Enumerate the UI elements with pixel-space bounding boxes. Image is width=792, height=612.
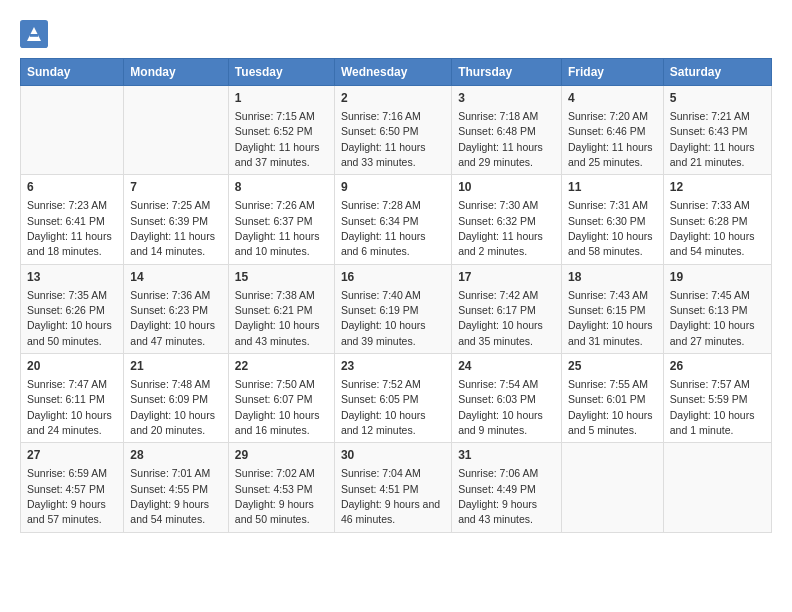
day-info: Sunrise: 7:55 AMSunset: 6:01 PMDaylight:… (568, 378, 653, 436)
day-number: 18 (568, 269, 657, 286)
header-tuesday: Tuesday (228, 59, 334, 86)
day-number: 25 (568, 358, 657, 375)
calendar-cell (561, 443, 663, 532)
day-info: Sunrise: 7:01 AMSunset: 4:55 PMDaylight:… (130, 467, 210, 525)
day-number: 30 (341, 447, 445, 464)
day-info: Sunrise: 7:50 AMSunset: 6:07 PMDaylight:… (235, 378, 320, 436)
calendar-cell (663, 443, 771, 532)
calendar-cell: 31 Sunrise: 7:06 AMSunset: 4:49 PMDaylig… (452, 443, 562, 532)
day-number: 5 (670, 90, 765, 107)
header-thursday: Thursday (452, 59, 562, 86)
day-number: 29 (235, 447, 328, 464)
day-info: Sunrise: 7:40 AMSunset: 6:19 PMDaylight:… (341, 289, 426, 347)
calendar-cell: 5 Sunrise: 7:21 AMSunset: 6:43 PMDayligh… (663, 86, 771, 175)
day-number: 7 (130, 179, 222, 196)
day-number: 8 (235, 179, 328, 196)
day-info: Sunrise: 7:47 AMSunset: 6:11 PMDaylight:… (27, 378, 112, 436)
day-info: Sunrise: 7:04 AMSunset: 4:51 PMDaylight:… (341, 467, 440, 525)
calendar-cell: 28 Sunrise: 7:01 AMSunset: 4:55 PMDaylig… (124, 443, 229, 532)
calendar-cell: 19 Sunrise: 7:45 AMSunset: 6:13 PMDaylig… (663, 264, 771, 353)
day-info: Sunrise: 7:48 AMSunset: 6:09 PMDaylight:… (130, 378, 215, 436)
calendar-table: SundayMondayTuesdayWednesdayThursdayFrid… (20, 58, 772, 533)
day-info: Sunrise: 7:35 AMSunset: 6:26 PMDaylight:… (27, 289, 112, 347)
day-info: Sunrise: 7:20 AMSunset: 6:46 PMDaylight:… (568, 110, 653, 168)
calendar-cell: 27 Sunrise: 6:59 AMSunset: 4:57 PMDaylig… (21, 443, 124, 532)
day-number: 2 (341, 90, 445, 107)
day-number: 28 (130, 447, 222, 464)
day-number: 27 (27, 447, 117, 464)
calendar-cell: 25 Sunrise: 7:55 AMSunset: 6:01 PMDaylig… (561, 354, 663, 443)
day-info: Sunrise: 7:30 AMSunset: 6:32 PMDaylight:… (458, 199, 543, 257)
calendar-cell: 14 Sunrise: 7:36 AMSunset: 6:23 PMDaylig… (124, 264, 229, 353)
calendar-cell (124, 86, 229, 175)
day-number: 17 (458, 269, 555, 286)
day-number: 6 (27, 179, 117, 196)
calendar-cell: 24 Sunrise: 7:54 AMSunset: 6:03 PMDaylig… (452, 354, 562, 443)
day-number: 26 (670, 358, 765, 375)
calendar-cell: 22 Sunrise: 7:50 AMSunset: 6:07 PMDaylig… (228, 354, 334, 443)
calendar-cell: 12 Sunrise: 7:33 AMSunset: 6:28 PMDaylig… (663, 175, 771, 264)
calendar-cell (21, 86, 124, 175)
day-info: Sunrise: 6:59 AMSunset: 4:57 PMDaylight:… (27, 467, 107, 525)
day-number: 24 (458, 358, 555, 375)
calendar-cell: 21 Sunrise: 7:48 AMSunset: 6:09 PMDaylig… (124, 354, 229, 443)
calendar-cell: 29 Sunrise: 7:02 AMSunset: 4:53 PMDaylig… (228, 443, 334, 532)
calendar-cell: 10 Sunrise: 7:30 AMSunset: 6:32 PMDaylig… (452, 175, 562, 264)
calendar-cell: 16 Sunrise: 7:40 AMSunset: 6:19 PMDaylig… (334, 264, 451, 353)
week-row-2: 6 Sunrise: 7:23 AMSunset: 6:41 PMDayligh… (21, 175, 772, 264)
calendar-cell: 2 Sunrise: 7:16 AMSunset: 6:50 PMDayligh… (334, 86, 451, 175)
calendar-cell: 26 Sunrise: 7:57 AMSunset: 5:59 PMDaylig… (663, 354, 771, 443)
day-number: 11 (568, 179, 657, 196)
header-friday: Friday (561, 59, 663, 86)
day-info: Sunrise: 7:36 AMSunset: 6:23 PMDaylight:… (130, 289, 215, 347)
day-number: 31 (458, 447, 555, 464)
day-number: 20 (27, 358, 117, 375)
day-info: Sunrise: 7:54 AMSunset: 6:03 PMDaylight:… (458, 378, 543, 436)
day-number: 16 (341, 269, 445, 286)
day-number: 4 (568, 90, 657, 107)
calendar-header-row: SundayMondayTuesdayWednesdayThursdayFrid… (21, 59, 772, 86)
week-row-4: 20 Sunrise: 7:47 AMSunset: 6:11 PMDaylig… (21, 354, 772, 443)
logo (20, 20, 52, 48)
logo-icon (20, 20, 48, 48)
day-info: Sunrise: 7:57 AMSunset: 5:59 PMDaylight:… (670, 378, 755, 436)
day-info: Sunrise: 7:02 AMSunset: 4:53 PMDaylight:… (235, 467, 315, 525)
day-number: 21 (130, 358, 222, 375)
calendar-cell: 11 Sunrise: 7:31 AMSunset: 6:30 PMDaylig… (561, 175, 663, 264)
header-saturday: Saturday (663, 59, 771, 86)
week-row-3: 13 Sunrise: 7:35 AMSunset: 6:26 PMDaylig… (21, 264, 772, 353)
calendar-cell: 13 Sunrise: 7:35 AMSunset: 6:26 PMDaylig… (21, 264, 124, 353)
calendar-cell: 8 Sunrise: 7:26 AMSunset: 6:37 PMDayligh… (228, 175, 334, 264)
header-wednesday: Wednesday (334, 59, 451, 86)
calendar-cell: 15 Sunrise: 7:38 AMSunset: 6:21 PMDaylig… (228, 264, 334, 353)
day-info: Sunrise: 7:43 AMSunset: 6:15 PMDaylight:… (568, 289, 653, 347)
week-row-1: 1 Sunrise: 7:15 AMSunset: 6:52 PMDayligh… (21, 86, 772, 175)
day-number: 14 (130, 269, 222, 286)
week-row-5: 27 Sunrise: 6:59 AMSunset: 4:57 PMDaylig… (21, 443, 772, 532)
calendar-cell: 3 Sunrise: 7:18 AMSunset: 6:48 PMDayligh… (452, 86, 562, 175)
calendar-cell: 9 Sunrise: 7:28 AMSunset: 6:34 PMDayligh… (334, 175, 451, 264)
header-sunday: Sunday (21, 59, 124, 86)
header-monday: Monday (124, 59, 229, 86)
day-info: Sunrise: 7:52 AMSunset: 6:05 PMDaylight:… (341, 378, 426, 436)
day-info: Sunrise: 7:25 AMSunset: 6:39 PMDaylight:… (130, 199, 215, 257)
day-number: 22 (235, 358, 328, 375)
calendar-cell: 30 Sunrise: 7:04 AMSunset: 4:51 PMDaylig… (334, 443, 451, 532)
calendar-cell: 20 Sunrise: 7:47 AMSunset: 6:11 PMDaylig… (21, 354, 124, 443)
day-info: Sunrise: 7:18 AMSunset: 6:48 PMDaylight:… (458, 110, 543, 168)
day-number: 12 (670, 179, 765, 196)
calendar-cell: 6 Sunrise: 7:23 AMSunset: 6:41 PMDayligh… (21, 175, 124, 264)
calendar-cell: 23 Sunrise: 7:52 AMSunset: 6:05 PMDaylig… (334, 354, 451, 443)
calendar-cell: 4 Sunrise: 7:20 AMSunset: 6:46 PMDayligh… (561, 86, 663, 175)
day-number: 10 (458, 179, 555, 196)
day-info: Sunrise: 7:15 AMSunset: 6:52 PMDaylight:… (235, 110, 320, 168)
day-number: 19 (670, 269, 765, 286)
day-number: 13 (27, 269, 117, 286)
day-info: Sunrise: 7:16 AMSunset: 6:50 PMDaylight:… (341, 110, 426, 168)
calendar-cell: 18 Sunrise: 7:43 AMSunset: 6:15 PMDaylig… (561, 264, 663, 353)
page-header (20, 20, 772, 48)
calendar-cell: 1 Sunrise: 7:15 AMSunset: 6:52 PMDayligh… (228, 86, 334, 175)
day-info: Sunrise: 7:06 AMSunset: 4:49 PMDaylight:… (458, 467, 538, 525)
day-info: Sunrise: 7:45 AMSunset: 6:13 PMDaylight:… (670, 289, 755, 347)
calendar-cell: 17 Sunrise: 7:42 AMSunset: 6:17 PMDaylig… (452, 264, 562, 353)
